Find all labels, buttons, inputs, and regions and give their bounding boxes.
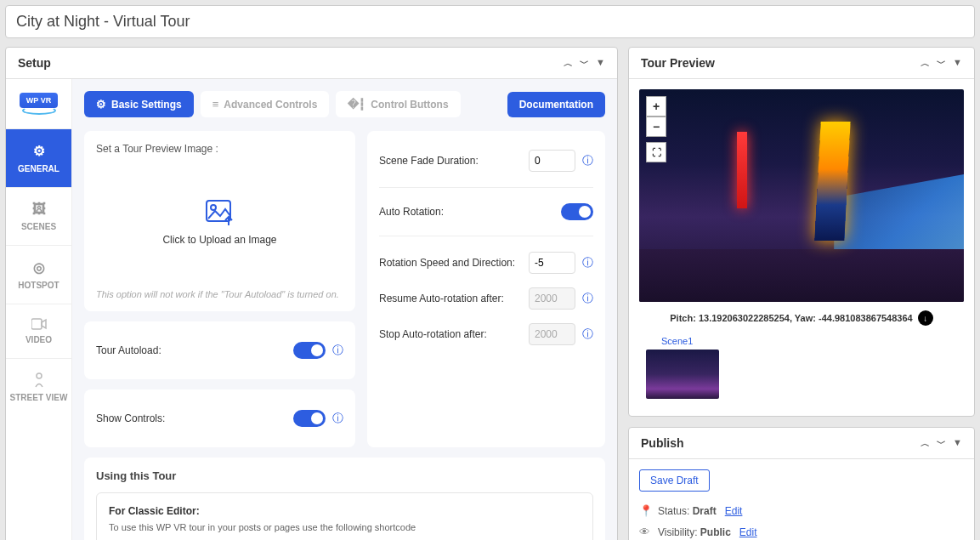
- sidebar-item-hotspot[interactable]: ◎ HOTSPOT: [6, 245, 71, 304]
- tour-preview-panel: Tour Preview ︿ ﹀ ▼ + − ⛶: [628, 47, 975, 417]
- sidebar-item-video[interactable]: VIDEO: [6, 304, 71, 358]
- auto-rotation-label: Auto Rotation:: [379, 206, 554, 218]
- using-tour-title: Using this Tour: [96, 469, 593, 482]
- show-controls-toggle[interactable]: [293, 410, 326, 427]
- setup-panel: Setup ︿ ﹀ ▼ WP VR ⚙: [5, 47, 618, 540]
- scene-settings-card: Scene Fade Duration: ⓘ Auto Rotation:: [367, 131, 605, 447]
- tab-advanced-controls[interactable]: ≡ Advanced Controls: [201, 91, 330, 117]
- chevron-down-icon[interactable]: ﹀: [580, 57, 589, 70]
- svg-rect-0: [31, 319, 42, 329]
- sidebar-item-scenes[interactable]: 🖼 SCENES: [6, 187, 71, 245]
- page-title[interactable]: City at Night - Virtual Tour: [5, 5, 975, 38]
- tab-control-buttons[interactable]: �┇ Control Buttons: [336, 91, 460, 117]
- show-controls-card: Show Controls: ⓘ: [84, 389, 355, 447]
- chevron-down-icon[interactable]: ﹀: [937, 57, 946, 70]
- preview-image-card: Set a Tour Preview Image : Click to Uplo…: [84, 131, 355, 311]
- controls-icon: �┇: [348, 98, 365, 111]
- info-icon[interactable]: ⓘ: [332, 411, 343, 426]
- upload-image-area[interactable]: Click to Upload an Image: [96, 163, 343, 282]
- wpvr-logo: WP VR: [6, 79, 71, 128]
- caret-toggle-icon[interactable]: ▼: [953, 57, 962, 70]
- edit-status-link[interactable]: Edit: [725, 505, 743, 517]
- panorama-viewer[interactable]: + − ⛶: [639, 89, 964, 302]
- setup-sidebar: WP VR ⚙ GENERAL 🖼 SCENES ◎ HOTSPO: [6, 79, 72, 540]
- documentation-button[interactable]: Documentation: [507, 92, 605, 117]
- video-icon: [31, 318, 47, 330]
- gear-icon: ⚙: [33, 143, 45, 159]
- preview-hint: This option will not work if the "Tour A…: [96, 289, 343, 299]
- caret-toggle-icon[interactable]: ▼: [596, 57, 605, 70]
- visibility-label: Visibility: Public: [658, 526, 731, 538]
- save-draft-button[interactable]: Save Draft: [639, 469, 710, 492]
- sliders-icon: ≡: [212, 98, 219, 111]
- publish-header: Publish: [641, 436, 684, 450]
- svg-point-1: [37, 373, 42, 378]
- resume-rotation-label: Resume Auto-rotation after:: [379, 293, 522, 304]
- upload-image-icon: [206, 200, 235, 225]
- gear-icon: ⚙: [96, 98, 106, 111]
- pin-icon: 📍: [639, 504, 651, 517]
- upload-text: Click to Upload an Image: [162, 234, 276, 246]
- fullscreen-button[interactable]: ⛶: [646, 142, 666, 162]
- zoom-out-button[interactable]: −: [646, 117, 666, 137]
- tour-autoload-card: Tour Autoload: ⓘ: [84, 321, 355, 379]
- chevron-up-icon[interactable]: ︿: [921, 57, 930, 70]
- setup-header-label: Setup: [18, 56, 51, 70]
- chevron-up-icon[interactable]: ︿: [564, 57, 573, 70]
- resume-rotation-input[interactable]: [529, 287, 575, 310]
- scene-fade-label: Scene Fade Duration:: [379, 155, 522, 167]
- info-icon[interactable]: ⓘ: [332, 343, 343, 358]
- info-icon[interactable]: ⓘ: [582, 255, 593, 270]
- streetview-icon: [32, 372, 46, 388]
- target-icon: ◎: [33, 259, 45, 276]
- sidebar-item-general[interactable]: ⚙ GENERAL: [6, 128, 71, 187]
- rotation-speed-input[interactable]: [529, 252, 575, 274]
- tour-preview-header: Tour Preview: [641, 56, 715, 70]
- eye-icon: 👁: [639, 526, 651, 538]
- svg-point-3: [211, 205, 216, 210]
- preview-image-label: Set a Tour Preview Image :: [96, 143, 343, 155]
- sidebar-item-streetview[interactable]: STREET VIEW: [6, 358, 71, 416]
- tab-basic-settings[interactable]: ⚙ Basic Settings: [84, 91, 194, 117]
- scene-thumb-label: Scene1: [643, 336, 960, 346]
- scene-thumbnail[interactable]: [646, 350, 719, 399]
- coordinates-text: Pitch: 13.192063022285254, Yaw: -44.9810…: [670, 313, 912, 323]
- download-icon[interactable]: ↓: [918, 310, 933, 326]
- info-icon[interactable]: ⓘ: [582, 291, 593, 306]
- caret-toggle-icon[interactable]: ▼: [953, 437, 962, 450]
- info-icon[interactable]: ⓘ: [582, 153, 593, 168]
- info-icon[interactable]: ⓘ: [582, 327, 593, 342]
- tour-autoload-toggle[interactable]: [293, 342, 326, 359]
- rotation-speed-label: Rotation Speed and Direction:: [379, 257, 522, 269]
- zoom-in-button[interactable]: +: [646, 96, 666, 117]
- classic-editor-text: To use this WP VR tour in your posts or …: [109, 522, 581, 532]
- classic-editor-title: For Classic Editor:: [109, 505, 581, 517]
- chevron-down-icon[interactable]: ﹀: [937, 437, 946, 450]
- publish-panel: 搬主题 WWW.BANZHUTI.COM Publish ︿ ﹀ ▼ Save …: [628, 427, 975, 540]
- stop-rotation-input[interactable]: [529, 323, 575, 345]
- edit-visibility-link[interactable]: Edit: [739, 526, 757, 538]
- tour-autoload-label: Tour Autoload:: [96, 344, 161, 356]
- show-controls-label: Show Controls:: [96, 412, 165, 424]
- chevron-up-icon[interactable]: ︿: [921, 437, 930, 450]
- auto-rotation-toggle[interactable]: [561, 203, 593, 220]
- using-tour-card: Using this Tour For Classic Editor: To u…: [84, 458, 605, 540]
- image-icon: 🖼: [32, 202, 46, 217]
- status-label: Status: Draft: [658, 505, 717, 517]
- stop-rotation-label: Stop Auto-rotation after:: [379, 328, 522, 340]
- scene-fade-input[interactable]: [529, 150, 575, 172]
